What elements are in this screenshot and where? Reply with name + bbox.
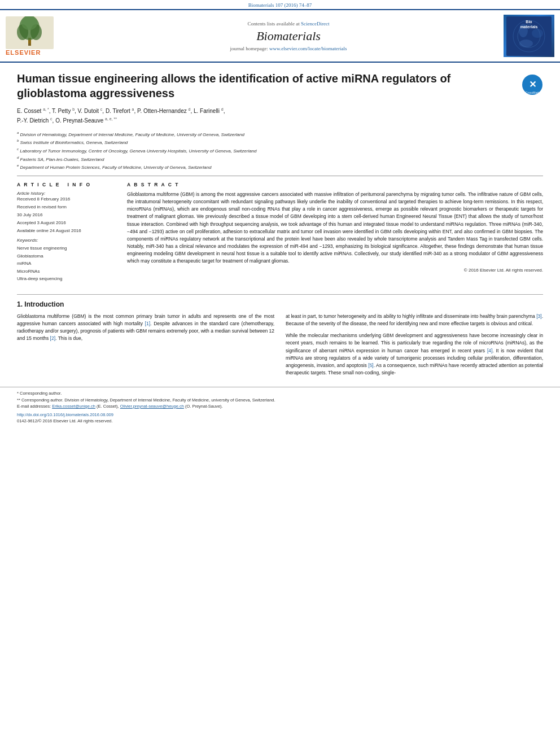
email-link-1[interactable]: Erika.cosset@unige.ch [52, 404, 95, 409]
journal-reference: Biomaterials 107 (2016) 74–87 [0, 0, 560, 9]
elsevier-logo: ELSEVIER [6, 16, 73, 56]
affiliation-d: d Fasteris SA, Plan-les-Ouates, Switzerl… [17, 155, 543, 163]
elsevier-tree-icon [6, 16, 54, 49]
journal-logo-right: Bio materials [504, 15, 554, 57]
svg-text:✕: ✕ [529, 80, 536, 89]
ref-4: [4] [487, 348, 492, 353]
svg-text:materials: materials [520, 25, 538, 29]
doi-section: http://dx.doi.org/10.1016/j.biomaterials… [0, 409, 560, 418]
journal-title: Biomaterials [85, 29, 492, 43]
article-info-column: A R T I C L E I N F O Article history: R… [17, 182, 116, 283]
authors-line: E. Cosset a, *, T. Petty b, V. Dutoit c,… [17, 106, 543, 126]
ref-5: [5] [368, 362, 373, 368]
svg-text:CrossMark: CrossMark [526, 91, 540, 94]
footnotes-section: * Corresponding author. ** Corresponding… [0, 387, 560, 409]
ref-2: [2] [50, 335, 55, 341]
abstract-column: A B S T R A C T Glioblastoma multiforme … [127, 182, 543, 283]
homepage-line: journal homepage: www.elsevier.com/locat… [85, 46, 492, 51]
contents-label: Contents lists available at [248, 21, 300, 27]
article-content: ✕ CrossMark Human tissue engineering all… [0, 63, 560, 289]
homepage-link[interactable]: www.elsevier.com/locate/biomaterials [269, 46, 347, 51]
journal-ref-text: Biomaterials 107 (2016) 74–87 [248, 2, 312, 8]
affiliation-c: c Laboratory of Tumor Immunology, Centre… [17, 147, 543, 155]
abstract-copyright: © 2016 Elsevier Ltd. All rights reserved… [127, 268, 543, 273]
introduction-section: 1. Introduction Glioblastoma multiforme … [0, 300, 560, 381]
sciencedirect-link[interactable]: ScienceDirect [301, 21, 329, 27]
journal-logo-left: ELSEVIER [6, 16, 73, 56]
email2-name: (O. Preynat-Sauve). [185, 404, 223, 409]
article-info-heading: A R T I C L E I N F O [17, 182, 116, 187]
accepted-value: Accepted 3 August 2016 [17, 220, 116, 225]
footnote-double-star: ** Corresponding author. Division of Hem… [17, 397, 543, 403]
section-heading-text: Introduction [24, 300, 64, 308]
svg-point-5 [21, 16, 37, 30]
journal-header-center: Contents lists available at ScienceDirec… [73, 21, 504, 51]
crossmark-container: ✕ CrossMark [522, 74, 543, 97]
affiliation-a: a Division of Hematology, Department of … [17, 130, 543, 138]
available-online-value: Available online 24 August 2016 [17, 228, 116, 233]
intro-right-text-1: at least in part, to tumor heterogeneity… [286, 313, 543, 327]
content-divider [17, 294, 543, 295]
section-number: 1. [17, 300, 23, 308]
page: Biomaterials 107 (2016) 74–87 ELS [0, 0, 560, 423]
received-value: Received 8 February 2016 [17, 196, 116, 202]
footnote-emails: E-mail addresses: Erika.cosset@unige.ch … [17, 403, 543, 409]
crossmark-icon: ✕ CrossMark [522, 74, 543, 95]
introduction-body-cols: Glioblastoma multiforme (GBM) is the mos… [17, 313, 543, 381]
svg-point-12 [519, 40, 533, 47]
received-revised-date: 30 July 2016 [17, 212, 116, 217]
homepage-label: journal homepage: [230, 46, 268, 51]
biomaterials-cover-icon: Bio materials [506, 16, 552, 56]
elsevier-brand-text: ELSEVIER [6, 49, 41, 56]
intro-left-col: Glioblastoma multiforme (GBM) is the mos… [17, 313, 274, 381]
received-revised-label: Received in revised form [17, 204, 116, 209]
affiliations-block: a Division of Hematology, Department of … [17, 130, 543, 171]
intro-left-text: Glioblastoma multiforme (GBM) is the mos… [17, 313, 274, 343]
email-link-2-cont[interactable]: heuge.ch [167, 404, 184, 409]
contents-available-line: Contents lists available at ScienceDirec… [85, 21, 492, 27]
abstract-text: Glioblastoma multiforme (GBM) is among t… [127, 191, 543, 265]
email-label: E-mail addresses: [17, 404, 51, 409]
abstract-heading: A B S T R A C T [127, 182, 543, 187]
header-divider [17, 176, 543, 176]
footer-copyright: 0142-9612/© 2016 Elsevier Ltd. All right… [0, 418, 560, 423]
intro-right-col: at least in part, to tumor heterogeneity… [286, 313, 543, 381]
intro-right-text-2: While the molecular mechanisms underlyin… [286, 332, 543, 377]
section-title-introduction: 1. Introduction [17, 300, 543, 308]
affiliation-b: b Swiss Institute of Bioinformatics, Gen… [17, 138, 543, 146]
ref-1: [1] [145, 321, 150, 326]
svg-text:Bio: Bio [526, 20, 532, 24]
footnote-star: * Corresponding author. [17, 390, 543, 396]
doi-link[interactable]: http://dx.doi.org/10.1016/j.biomaterials… [17, 412, 543, 417]
keywords-list: Nerve tissue engineering Glioblastoma mi… [17, 244, 116, 283]
article-title: Human tissue engineering allows the iden… [17, 71, 543, 101]
affiliation-e: e Department of Human Protein Sciences, … [17, 163, 543, 171]
svg-point-11 [532, 29, 543, 38]
title-section: ✕ CrossMark Human tissue engineering all… [17, 71, 543, 101]
email-link-2[interactable]: Olivier.preynat-seauve@ [120, 404, 167, 409]
email1-name: (E. Cosset), [97, 404, 119, 409]
keywords-label: Keywords: [17, 238, 116, 243]
journal-header: ELSEVIER Contents lists available at Sci… [0, 9, 560, 63]
svg-point-6 [28, 43, 30, 46]
history-label: Article history: [17, 191, 116, 196]
ref-3: [3] [536, 313, 541, 319]
article-info-abstract-cols: A R T I C L E I N F O Article history: R… [17, 182, 543, 283]
